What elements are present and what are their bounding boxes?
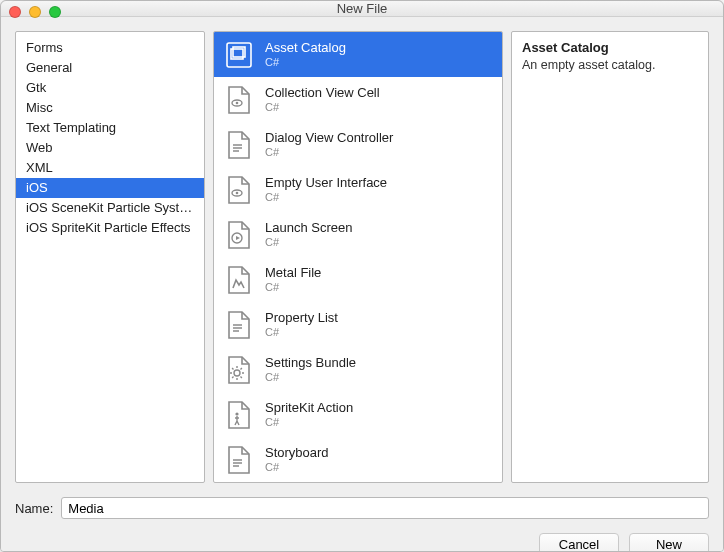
button-row: Cancel New — [15, 533, 709, 552]
view-icon — [223, 174, 255, 206]
category-item[interactable]: iOS SceneKit Particle Systems — [16, 198, 204, 218]
template-subtitle: C# — [265, 101, 380, 114]
sprite-icon — [223, 399, 255, 431]
window-controls — [9, 6, 61, 18]
template-text: StoryboardC# — [265, 445, 329, 474]
template-text: Settings BundleC# — [265, 355, 356, 384]
template-subtitle: C# — [265, 56, 346, 69]
template-item[interactable]: Empty User InterfaceC# — [214, 167, 502, 212]
play-icon — [223, 219, 255, 251]
template-title: Metal File — [265, 265, 321, 281]
panels: FormsGeneralGtkMiscText TemplatingWebXML… — [15, 31, 709, 483]
template-subtitle: C# — [265, 191, 387, 204]
file-icon — [223, 444, 255, 476]
template-subtitle: C# — [265, 281, 321, 294]
category-item[interactable]: iOS SpriteKit Particle Effects — [16, 218, 204, 238]
asset-catalog-icon — [223, 39, 255, 71]
template-text: Property ListC# — [265, 310, 338, 339]
template-subtitle: C# — [265, 461, 329, 474]
cancel-button[interactable]: Cancel — [539, 533, 619, 552]
template-item[interactable]: Settings BundleC# — [214, 347, 502, 392]
template-subtitle: C# — [265, 326, 338, 339]
minimize-icon[interactable] — [29, 6, 41, 18]
template-title: Dialog View Controller — [265, 130, 393, 146]
category-item[interactable]: iOS — [16, 178, 204, 198]
category-item[interactable]: Gtk — [16, 78, 204, 98]
template-list[interactable]: Asset CatalogC#Collection View CellC#Dia… — [213, 31, 503, 483]
file-icon — [223, 129, 255, 161]
template-text: Launch ScreenC# — [265, 220, 352, 249]
category-item[interactable]: Forms — [16, 38, 204, 58]
template-subtitle: C# — [265, 146, 393, 159]
template-title: Asset Catalog — [265, 40, 346, 56]
metal-icon — [223, 264, 255, 296]
category-item[interactable]: General — [16, 58, 204, 78]
window-title: New File — [337, 1, 388, 16]
template-text: Dialog View ControllerC# — [265, 130, 393, 159]
template-item[interactable]: Dialog View ControllerC# — [214, 122, 502, 167]
settings-icon — [223, 354, 255, 386]
template-title: SpriteKit Action — [265, 400, 353, 416]
template-title: Empty User Interface — [265, 175, 387, 191]
close-icon[interactable] — [9, 6, 21, 18]
template-text: Empty User InterfaceC# — [265, 175, 387, 204]
category-list[interactable]: FormsGeneralGtkMiscText TemplatingWebXML… — [15, 31, 205, 483]
template-item[interactable]: Launch ScreenC# — [214, 212, 502, 257]
template-subtitle: C# — [265, 371, 356, 384]
template-title: Property List — [265, 310, 338, 326]
template-title: Collection View Cell — [265, 85, 380, 101]
titlebar: New File — [1, 1, 723, 17]
template-item[interactable]: Asset CatalogC# — [214, 32, 502, 77]
template-title: Launch Screen — [265, 220, 352, 236]
file-icon — [223, 309, 255, 341]
template-text: SpriteKit ActionC# — [265, 400, 353, 429]
category-item[interactable]: Text Templating — [16, 118, 204, 138]
description-pane: Asset Catalog An empty asset catalog. — [511, 31, 709, 483]
zoom-icon[interactable] — [49, 6, 61, 18]
template-item[interactable]: Property ListC# — [214, 302, 502, 347]
content: FormsGeneralGtkMiscText TemplatingWebXML… — [1, 17, 723, 552]
description-body: An empty asset catalog. — [522, 58, 698, 72]
template-item[interactable]: StoryboardC# — [214, 437, 502, 482]
template-text: Collection View CellC# — [265, 85, 380, 114]
new-button[interactable]: New — [629, 533, 709, 552]
category-item[interactable]: Misc — [16, 98, 204, 118]
template-item[interactable]: Metal FileC# — [214, 257, 502, 302]
template-title: Settings Bundle — [265, 355, 356, 371]
name-label: Name: — [15, 501, 53, 516]
template-subtitle: C# — [265, 236, 352, 249]
view-icon — [223, 84, 255, 116]
category-item[interactable]: Web — [16, 138, 204, 158]
category-item[interactable]: XML — [16, 158, 204, 178]
description-title: Asset Catalog — [522, 40, 698, 55]
template-text: Asset CatalogC# — [265, 40, 346, 69]
template-item[interactable]: SpriteKit ActionC# — [214, 392, 502, 437]
new-file-dialog: New File FormsGeneralGtkMiscText Templat… — [0, 0, 724, 552]
name-row: Name: — [15, 497, 709, 519]
template-subtitle: C# — [265, 416, 353, 429]
name-input[interactable] — [61, 497, 709, 519]
template-text: Metal FileC# — [265, 265, 321, 294]
template-item[interactable]: Collection View CellC# — [214, 77, 502, 122]
template-title: Storyboard — [265, 445, 329, 461]
